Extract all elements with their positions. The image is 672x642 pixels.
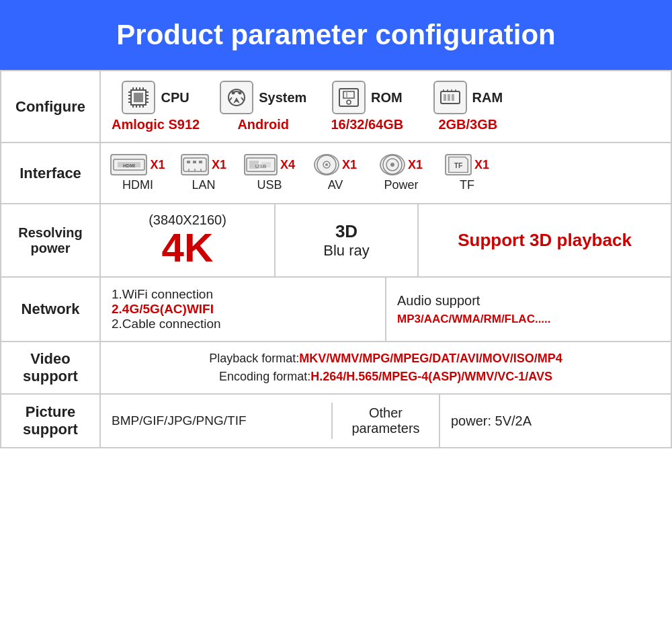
configure-row: Configure [1,71,671,143]
interface-label: Interface [1,143,101,203]
ram-value: 2GB/3GB [438,117,497,132]
hdmi-icon: HDMI [110,154,147,175]
picture-content: BMP/GIF/JPG/PNG/TIF Other parameters pow… [101,395,671,447]
resolution-4k: 4K [162,228,214,268]
video-content: Playback format:MKV/WMV/MPG/MPEG/DAT/AVI… [101,342,671,393]
svg-rect-28 [452,94,454,101]
cpu-value: Amlogic S912 [112,117,200,132]
iface-av: X1 AV [305,154,366,192]
video-label: Video support [1,342,101,393]
svg-rect-22 [343,91,354,98]
config-ram: RAM 2GB/3GB [427,81,508,132]
cpu-icon [122,81,155,114]
lan-label: LAN [192,178,215,192]
iface-lan: X1 LAN [173,154,234,192]
network-content: 1.WiFi connection 2.4G/5G(AC)WIFI 2.Cabl… [101,278,671,341]
system-value: Android [237,117,289,132]
tf-icon: TF [445,154,472,175]
av-label: AV [328,178,343,192]
svg-rect-24 [346,91,347,98]
usb-icon: USB [244,154,278,175]
ram-icon [433,81,467,114]
svg-text:HDMI: HDMI [123,163,135,168]
av-icon [314,154,339,175]
svg-point-23 [347,100,351,104]
rom-icon [332,81,366,114]
svg-rect-42 [199,161,202,163]
usb-label: USB [257,178,282,192]
video-playback-line: Playback format:MKV/WMV/MPG/MPEG/DAT/AVI… [209,352,562,366]
picture-label: Picture support [1,395,101,447]
other-parameters-label: Other parameters [343,405,428,436]
svg-point-49 [325,163,328,166]
svg-text:USB: USB [255,163,266,169]
resolving-row: Resolving power (3840X2160) 4K 3D Blu ra… [1,204,671,278]
svg-rect-26 [444,94,446,101]
bluray-sub: Blu ray [323,242,369,259]
svg-rect-40 [187,161,190,163]
bluray-label: 3D [335,221,358,242]
page-title: Product parameter configuration [0,0,672,70]
svg-rect-1 [134,93,143,102]
spec-table: Configure [0,70,672,448]
svg-point-20 [239,91,242,95]
network-row: Network 1.WiFi connection 2.4G/5G(AC)WIF… [1,278,671,342]
cpu-label: CPU [161,90,189,106]
ram-label: RAM [472,90,503,106]
svg-text:TF: TF [454,162,463,169]
svg-point-52 [390,163,394,167]
network-line1: 1.WiFi connection [112,287,374,302]
interface-content: HDMI X1 HDMI [101,143,671,203]
audio-label: Audio support [397,293,660,309]
lan-count: X1 [212,158,226,172]
configure-content: CPU Amlogic S912 [101,71,671,142]
audio-formats: MP3/AAC/WMA/RM/FLAC..... [397,313,660,326]
svg-rect-27 [448,94,450,101]
interface-row: Interface HDMI X1 [1,143,671,204]
network-label: Network [1,278,101,341]
configure-label: Configure [1,71,101,142]
resolving-label: Resolving power [1,204,101,276]
power-spec: power: 5V/2A [451,413,532,429]
tf-count: X1 [474,158,489,172]
power-count: X1 [408,158,423,172]
usb-count: X4 [280,158,295,172]
picture-row: Picture support BMP/GIF/JPG/PNG/TIF Othe… [1,395,671,447]
av-count: X1 [342,158,357,172]
svg-point-19 [232,91,235,95]
system-icon [220,81,253,114]
power-icon [380,154,405,175]
picture-formats: BMP/GIF/JPG/PNG/TIF [112,413,247,428]
iface-tf: TF X1 TF [437,154,497,192]
iface-hdmi: HDMI X1 HDMI [108,154,168,192]
hdmi-label: HDMI [122,178,153,192]
support-3d-text: Support 3D playback [458,230,632,251]
resolving-content: (3840X2160) 4K 3D Blu ray Support 3D pla… [101,204,671,276]
rom-label: ROM [371,90,403,106]
rom-value: 16/32/64GB [331,117,403,132]
video-encoding-line: Encoding format:H.264/H.565/MPEG-4(ASP)/… [219,370,552,384]
config-system: System Android [220,81,306,132]
iface-usb: USB X4 USB [239,154,300,192]
hdmi-count: X1 [150,158,165,172]
svg-rect-41 [193,161,196,163]
tf-label: TF [460,178,474,192]
power-label: Power [384,178,418,192]
network-line2: 2.Cable connection [112,317,374,331]
lan-icon [181,154,209,175]
system-label: System [259,90,306,106]
config-rom: ROM 16/32/64GB [327,81,407,132]
iface-power: X1 Power [371,154,431,192]
config-cpu: CPU Amlogic S912 [112,81,200,132]
video-row: Video support Playback format:MKV/WMV/MP… [1,342,671,395]
network-wifi: 2.4G/5G(AC)WIFI [112,302,374,317]
